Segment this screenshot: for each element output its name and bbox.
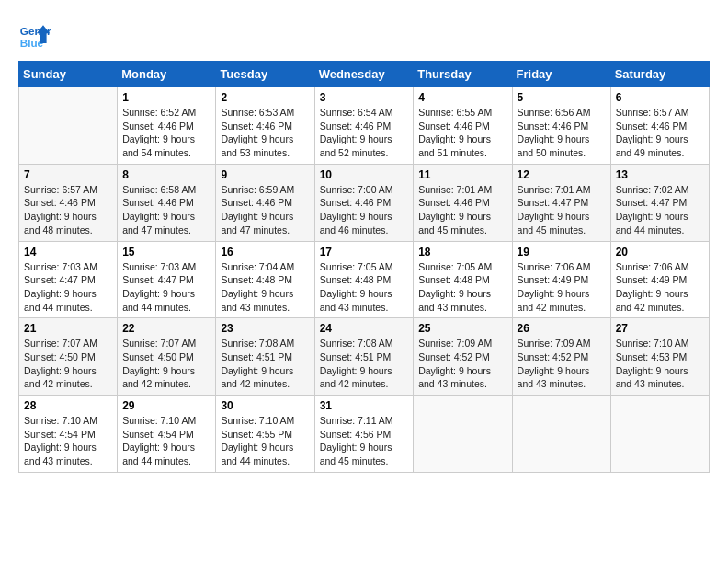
day-cell: 22Sunrise: 7:07 AM Sunset: 4:50 PM Dayli…	[118, 318, 216, 396]
day-number: 6	[616, 91, 704, 104]
day-cell: 4Sunrise: 6:55 AM Sunset: 4:46 PM Daylig…	[414, 87, 512, 165]
day-info: Sunrise: 7:09 AM Sunset: 4:52 PM Dayligh…	[518, 337, 606, 391]
day-number: 10	[320, 168, 409, 181]
day-cell: 28Sunrise: 7:10 AM Sunset: 4:54 PM Dayli…	[19, 396, 118, 473]
day-info: Sunrise: 7:04 AM Sunset: 4:48 PM Dayligh…	[221, 260, 309, 315]
day-cell	[414, 396, 512, 473]
day-number: 1	[122, 91, 210, 104]
day-cell: 15Sunrise: 7:03 AM Sunset: 4:47 PM Dayli…	[118, 241, 216, 318]
day-info: Sunrise: 7:03 AM Sunset: 4:47 PM Dayligh…	[122, 260, 210, 315]
day-number: 31	[320, 399, 409, 412]
logo-icon: General Blue	[18, 18, 51, 52]
day-cell: 17Sunrise: 7:05 AM Sunset: 4:48 PM Dayli…	[314, 241, 414, 318]
day-info: Sunrise: 6:57 AM Sunset: 4:46 PM Dayligh…	[24, 183, 112, 237]
day-number: 30	[221, 399, 309, 412]
day-info: Sunrise: 7:01 AM Sunset: 4:47 PM Dayligh…	[518, 183, 606, 237]
day-cell: 20Sunrise: 7:06 AM Sunset: 4:49 PM Dayli…	[610, 241, 709, 318]
day-info: Sunrise: 7:08 AM Sunset: 4:51 PM Dayligh…	[320, 337, 409, 391]
weekday-header-wednesday: Wednesday	[314, 62, 414, 87]
day-cell: 16Sunrise: 7:04 AM Sunset: 4:48 PM Dayli…	[216, 241, 314, 318]
day-number: 11	[418, 168, 506, 181]
day-number: 21	[24, 322, 112, 335]
day-cell: 30Sunrise: 7:10 AM Sunset: 4:55 PM Dayli…	[216, 396, 314, 473]
day-number: 8	[122, 168, 210, 181]
day-info: Sunrise: 7:07 AM Sunset: 4:50 PM Dayligh…	[122, 337, 210, 391]
day-info: Sunrise: 7:11 AM Sunset: 4:56 PM Dayligh…	[320, 414, 409, 468]
day-number: 22	[122, 322, 210, 335]
day-number: 4	[418, 91, 506, 104]
day-number: 3	[320, 91, 409, 104]
day-cell: 31Sunrise: 7:11 AM Sunset: 4:56 PM Dayli…	[314, 396, 414, 473]
day-cell: 29Sunrise: 7:10 AM Sunset: 4:54 PM Dayli…	[118, 396, 216, 473]
day-info: Sunrise: 6:59 AM Sunset: 4:46 PM Dayligh…	[221, 183, 309, 237]
day-info: Sunrise: 6:54 AM Sunset: 4:46 PM Dayligh…	[320, 106, 409, 160]
day-number: 5	[518, 91, 606, 104]
day-cell: 7Sunrise: 6:57 AM Sunset: 4:46 PM Daylig…	[19, 164, 118, 241]
day-number: 16	[221, 246, 309, 259]
logo: General Blue	[18, 18, 55, 52]
day-cell: 26Sunrise: 7:09 AM Sunset: 4:52 PM Dayli…	[512, 318, 610, 396]
day-cell	[19, 87, 118, 165]
day-info: Sunrise: 6:58 AM Sunset: 4:46 PM Dayligh…	[122, 183, 210, 237]
day-info: Sunrise: 6:56 AM Sunset: 4:46 PM Dayligh…	[518, 106, 606, 160]
day-cell: 24Sunrise: 7:08 AM Sunset: 4:51 PM Dayli…	[314, 318, 414, 396]
day-cell	[512, 396, 610, 473]
day-number: 27	[616, 322, 704, 335]
day-number: 15	[122, 246, 210, 259]
weekday-header-saturday: Saturday	[610, 62, 709, 87]
day-cell: 10Sunrise: 7:00 AM Sunset: 4:46 PM Dayli…	[314, 164, 414, 241]
day-cell: 11Sunrise: 7:01 AM Sunset: 4:46 PM Dayli…	[414, 164, 512, 241]
day-cell: 1Sunrise: 6:52 AM Sunset: 4:46 PM Daylig…	[118, 87, 216, 165]
week-row-1: 1Sunrise: 6:52 AM Sunset: 4:46 PM Daylig…	[19, 87, 710, 165]
page-header: General Blue	[18, 18, 710, 52]
day-info: Sunrise: 7:05 AM Sunset: 4:48 PM Dayligh…	[320, 260, 409, 315]
day-cell: 2Sunrise: 6:53 AM Sunset: 4:46 PM Daylig…	[216, 87, 314, 165]
day-info: Sunrise: 7:01 AM Sunset: 4:46 PM Dayligh…	[418, 183, 506, 237]
week-row-5: 28Sunrise: 7:10 AM Sunset: 4:54 PM Dayli…	[19, 396, 710, 473]
weekday-header-sunday: Sunday	[19, 62, 118, 87]
day-number: 25	[418, 322, 506, 335]
day-number: 19	[518, 246, 606, 259]
day-number: 17	[320, 246, 409, 259]
day-cell: 21Sunrise: 7:07 AM Sunset: 4:50 PM Dayli…	[19, 318, 118, 396]
day-number: 20	[616, 246, 704, 259]
day-info: Sunrise: 6:57 AM Sunset: 4:46 PM Dayligh…	[616, 106, 704, 160]
day-number: 26	[518, 322, 606, 335]
day-info: Sunrise: 7:07 AM Sunset: 4:50 PM Dayligh…	[24, 337, 112, 391]
day-info: Sunrise: 7:10 AM Sunset: 4:54 PM Dayligh…	[24, 414, 112, 468]
day-number: 18	[418, 246, 506, 259]
day-cell: 25Sunrise: 7:09 AM Sunset: 4:52 PM Dayli…	[414, 318, 512, 396]
day-info: Sunrise: 7:10 AM Sunset: 4:55 PM Dayligh…	[221, 414, 309, 468]
day-cell: 18Sunrise: 7:05 AM Sunset: 4:48 PM Dayli…	[414, 241, 512, 318]
day-info: Sunrise: 7:08 AM Sunset: 4:51 PM Dayligh…	[221, 337, 309, 391]
day-cell: 14Sunrise: 7:03 AM Sunset: 4:47 PM Dayli…	[19, 241, 118, 318]
weekday-header-monday: Monday	[118, 62, 216, 87]
day-info: Sunrise: 7:02 AM Sunset: 4:47 PM Dayligh…	[616, 183, 704, 237]
day-info: Sunrise: 7:10 AM Sunset: 4:53 PM Dayligh…	[616, 337, 704, 391]
day-cell: 12Sunrise: 7:01 AM Sunset: 4:47 PM Dayli…	[512, 164, 610, 241]
weekday-header-tuesday: Tuesday	[216, 62, 314, 87]
day-cell: 6Sunrise: 6:57 AM Sunset: 4:46 PM Daylig…	[610, 87, 709, 165]
day-info: Sunrise: 6:55 AM Sunset: 4:46 PM Dayligh…	[418, 106, 506, 160]
day-info: Sunrise: 6:53 AM Sunset: 4:46 PM Dayligh…	[221, 106, 309, 160]
day-cell: 23Sunrise: 7:08 AM Sunset: 4:51 PM Dayli…	[216, 318, 314, 396]
day-info: Sunrise: 7:06 AM Sunset: 4:49 PM Dayligh…	[518, 260, 606, 315]
day-cell: 9Sunrise: 6:59 AM Sunset: 4:46 PM Daylig…	[216, 164, 314, 241]
day-info: Sunrise: 7:09 AM Sunset: 4:52 PM Dayligh…	[418, 337, 506, 391]
weekday-header-thursday: Thursday	[414, 62, 512, 87]
day-number: 14	[24, 246, 112, 259]
day-number: 13	[616, 168, 704, 181]
day-cell: 5Sunrise: 6:56 AM Sunset: 4:46 PM Daylig…	[512, 87, 610, 165]
day-cell: 13Sunrise: 7:02 AM Sunset: 4:47 PM Dayli…	[610, 164, 709, 241]
day-cell: 19Sunrise: 7:06 AM Sunset: 4:49 PM Dayli…	[512, 241, 610, 318]
day-number: 7	[24, 168, 112, 181]
day-number: 29	[122, 399, 210, 412]
day-info: Sunrise: 7:00 AM Sunset: 4:46 PM Dayligh…	[320, 183, 409, 237]
day-info: Sunrise: 7:03 AM Sunset: 4:47 PM Dayligh…	[24, 260, 112, 315]
weekday-header-friday: Friday	[512, 62, 610, 87]
day-cell: 3Sunrise: 6:54 AM Sunset: 4:46 PM Daylig…	[314, 87, 414, 165]
week-row-2: 7Sunrise: 6:57 AM Sunset: 4:46 PM Daylig…	[19, 164, 710, 241]
day-number: 28	[24, 399, 112, 412]
day-number: 23	[221, 322, 309, 335]
calendar: SundayMondayTuesdayWednesdayThursdayFrid…	[18, 61, 710, 473]
